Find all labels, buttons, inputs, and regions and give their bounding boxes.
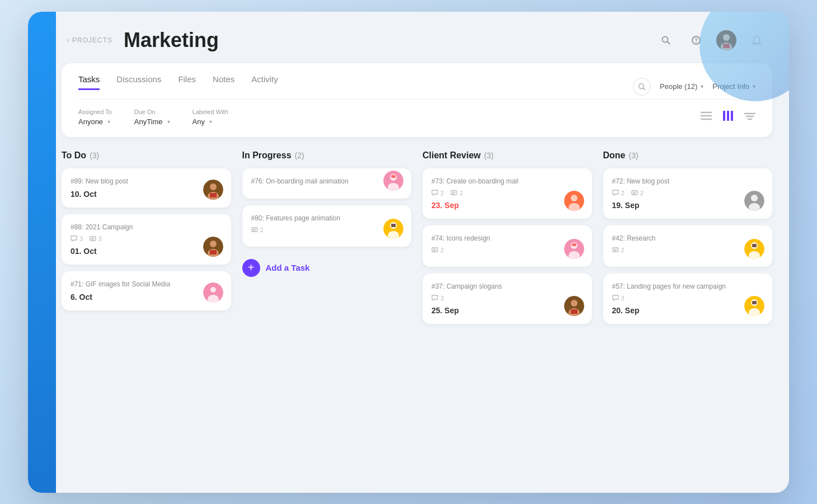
svg-point-0 — [663, 36, 668, 42]
filter-labeled-with: Labeled With Any ▾ — [192, 109, 228, 126]
add-task-icon: + — [242, 259, 260, 277]
task-avatar-73 — [564, 191, 584, 211]
svg-point-21 — [210, 183, 217, 190]
task-id-72: #72: New blog post — [612, 177, 764, 185]
task-meta-80: 2 — [251, 227, 403, 233]
task-date-57: 20. Sep — [612, 306, 764, 315]
task-card-42[interactable]: #42: Research 2 — [603, 225, 773, 267]
column-title-todo: To Do — [62, 150, 86, 161]
task-avatar-42 — [744, 239, 764, 259]
task-id-37: #37: Campaign slogans — [431, 282, 583, 290]
people-dropdown-button[interactable]: People (12) ▾ — [660, 82, 703, 91]
tab-tasks[interactable]: Tasks — [78, 74, 100, 90]
column-header-client-review: Client Review (3) — [422, 150, 592, 161]
search-button[interactable] — [656, 30, 676, 50]
tabs: Tasks Discussions Files Notes Activity — [78, 74, 278, 90]
view-icons — [701, 111, 755, 124]
svg-rect-78 — [752, 301, 757, 304]
project-info-chevron-icon: ▾ — [753, 83, 755, 90]
svg-rect-74 — [752, 244, 757, 247]
task-id-76: #76: On-boarding mail animation — [251, 177, 403, 185]
task-id-80: #80: Features page animation — [251, 214, 403, 222]
task-subtasks-73: 2 — [450, 190, 463, 196]
svg-point-4 — [716, 30, 736, 50]
task-subtasks-72: 2 — [631, 190, 644, 196]
task-date-72: 19. Sep — [612, 201, 764, 210]
filter-due-on: Due On AnyTime ▾ — [134, 109, 170, 126]
task-avatar-57 — [744, 296, 764, 316]
task-card-88[interactable]: #88: 2021 Campaign 3 5 01. Oct — [62, 214, 231, 265]
tab-files[interactable]: Files — [178, 74, 196, 90]
svg-rect-15 — [727, 111, 729, 121]
column-client-review: Client Review (3) #73: Create on-boardin… — [422, 150, 592, 331]
main-panel: Tasks Discussions Files Notes Activity P… — [62, 63, 772, 137]
svg-point-59 — [571, 300, 577, 307]
column-count-todo: (3) — [90, 151, 99, 160]
column-title-in-progress: In Progress — [242, 150, 292, 161]
column-title-client-review: Client Review — [422, 150, 481, 161]
filter-view-icon[interactable] — [744, 111, 755, 123]
svg-point-49 — [571, 195, 577, 201]
add-task-button[interactable]: + Add a Task — [242, 253, 310, 282]
svg-rect-37 — [391, 175, 396, 178]
header: ‹ PROJECTS Marketing ? — [62, 29, 772, 52]
column-done: Done (3) #72: New blog post 2 2 — [603, 150, 773, 331]
task-meta-42: 2 — [612, 247, 764, 253]
task-card-71[interactable]: #71: GIF images for Social Media 6. Oct — [62, 271, 231, 310]
user-avatar[interactable] — [716, 30, 736, 50]
task-id-74: #74: Icons redesign — [431, 234, 583, 242]
labeled-with-label: Labeled With — [192, 109, 228, 115]
column-in-progress: In Progress (2) #76: On-boarding mail an… — [242, 150, 412, 331]
task-card-89[interactable]: #89: New blog post 10. Oct — [62, 168, 231, 208]
task-card-73[interactable]: #73: Create on-boarding mail 2 2 23. Sep — [422, 168, 592, 219]
column-header-todo: To Do (3) — [62, 150, 231, 161]
help-button[interactable]: ? — [686, 30, 706, 50]
tab-notes[interactable]: Notes — [213, 74, 234, 90]
list-view-icon[interactable] — [701, 111, 712, 123]
tab-discussions[interactable]: Discussions — [116, 74, 161, 90]
column-header-done: Done (3) — [603, 150, 773, 161]
svg-rect-44 — [391, 224, 396, 227]
task-date-71: 6. Oct — [71, 293, 222, 302]
task-subtasks-80: 2 — [251, 227, 264, 233]
column-count-in-progress: (2) — [295, 151, 304, 160]
header-left: ‹ PROJECTS Marketing — [67, 29, 219, 52]
due-on-chevron-icon: ▾ — [167, 119, 170, 125]
back-projects-link[interactable]: ‹ PROJECTS — [67, 36, 112, 44]
svg-text:?: ? — [694, 37, 698, 44]
task-card-37[interactable]: #37: Campaign slogans 3 25. Sep — [422, 274, 592, 324]
app-container: ‹ PROJECTS Marketing ? — [28, 12, 789, 493]
task-comments-37: 3 — [431, 295, 444, 302]
task-date-88: 01. Oct — [71, 247, 222, 256]
people-chevron-icon: ▾ — [701, 83, 703, 90]
task-card-57[interactable]: #57: Landing pages for new campaign 3 20… — [603, 274, 773, 324]
tab-activity[interactable]: Activity — [251, 74, 278, 90]
assigned-to-select[interactable]: Anyone ▾ — [78, 117, 112, 126]
notifications-button[interactable] — [746, 30, 767, 50]
task-date-73: 23. Sep — [431, 201, 583, 210]
svg-rect-16 — [731, 111, 733, 121]
task-card-74[interactable]: #74: Icons redesign 2 — [422, 225, 592, 267]
task-avatar-72 — [744, 191, 764, 211]
tab-search-button[interactable] — [633, 78, 651, 96]
task-date-37: 25. Sep — [431, 306, 583, 315]
back-label: PROJECTS — [72, 36, 112, 44]
project-info-dropdown-button[interactable]: Project Info ▾ — [712, 82, 755, 91]
task-subtasks-88: 5 — [90, 235, 102, 242]
task-id-42: #42: Research — [612, 234, 764, 242]
labeled-with-select[interactable]: Any ▾ — [192, 117, 228, 126]
task-card-72[interactable]: #72: New blog post 2 2 19. Sep — [603, 168, 773, 219]
assigned-to-chevron-icon: ▾ — [107, 119, 110, 125]
svg-rect-57 — [572, 243, 576, 246]
task-card-76[interactable]: #76: On-boarding mail animation — [242, 168, 412, 199]
header-actions: ? — [656, 30, 767, 50]
task-id-88: #88: 2021 Campaign — [71, 223, 222, 231]
column-view-icon[interactable] — [723, 111, 733, 124]
task-meta-73: 2 2 — [431, 190, 583, 196]
svg-rect-14 — [723, 111, 725, 121]
task-avatar-37 — [564, 296, 584, 316]
svg-line-10 — [644, 88, 646, 90]
task-card-80[interactable]: #80: Features page animation 2 — [242, 205, 412, 247]
task-comments-57: 3 — [612, 295, 625, 302]
due-on-select[interactable]: AnyTime ▾ — [134, 117, 170, 126]
